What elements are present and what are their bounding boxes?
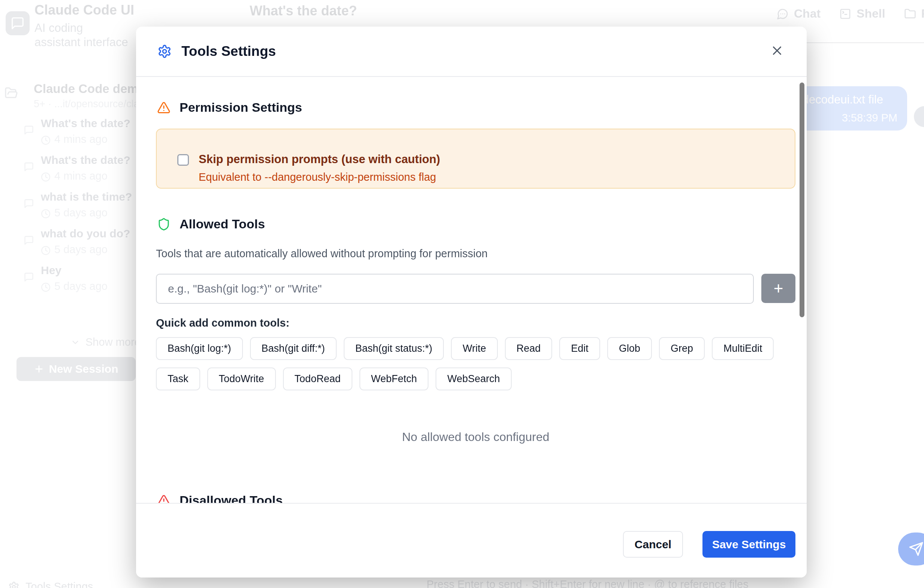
allowed-tool-input[interactable] [156,274,754,304]
allowed-tools-description: Tools that are automatically allowed wit… [156,248,488,260]
allowed-tools-empty-state: No allowed tools configured [156,430,795,444]
quick-tool-button[interactable]: Bash(git diff:*) [250,337,337,360]
gear-icon [157,44,172,58]
disallowed-tools-title: Disallowed Tools [180,493,283,503]
quick-tool-button[interactable]: Read [505,337,553,360]
quick-tool-button[interactable]: TodoRead [283,368,352,390]
disallowed-tools-heading: Disallowed Tools [157,493,283,503]
quick-tool-button[interactable]: WebSearch [436,368,512,390]
skip-permissions-description: Equivalent to --dangerously-skip-permiss… [199,171,440,183]
skip-permissions-checkbox[interactable] [177,154,189,166]
quick-tool-button[interactable]: TodoWrite [207,368,276,390]
quick-tool-button[interactable]: Write [451,337,498,360]
quick-add-label: Quick add common tools: [156,317,289,329]
close-button[interactable] [769,43,785,59]
warning-triangle-icon [157,101,170,114]
allowed-tools-heading: Allowed Tools [157,217,265,231]
send-icon [909,542,924,557]
quick-tool-button[interactable]: Task [156,368,200,390]
permission-settings-heading: Permission Settings [157,100,302,115]
quick-tool-button[interactable]: Edit [559,337,600,360]
cancel-button[interactable]: Cancel [623,531,683,558]
close-icon [770,43,784,58]
modal-header: Tools Settings [136,26,807,77]
modal-footer: Cancel Save Settings [136,503,807,578]
modal-scrollbar-thumb[interactable] [800,83,804,317]
save-settings-button[interactable]: Save Settings [703,531,795,558]
send-button[interactable] [898,532,924,565]
quick-tool-button[interactable]: WebFetch [360,368,429,390]
skip-permissions-label: Skip permission prompts (use with cautio… [199,153,440,166]
skip-permissions-box: Skip permission prompts (use with cautio… [156,129,795,188]
tools-settings-modal: Tools Settings Permission Settings Skip … [136,26,807,578]
screen: Claude Code UI AI coding assistant inter… [0,0,924,588]
add-tool-button[interactable]: + [761,274,795,303]
quick-tool-button[interactable]: Bash(git log:*) [156,337,243,360]
quick-tools-list: Bash(git log:*) Bash(git diff:*) Bash(gi… [156,337,801,390]
allowed-tools-title: Allowed Tools [180,217,265,231]
modal-body: Permission Settings Skip permission prom… [136,77,807,503]
quick-tool-button[interactable]: Bash(git status:*) [344,337,444,360]
permission-settings-title: Permission Settings [180,100,302,115]
add-tool-row: + [156,274,795,304]
quick-tool-button[interactable]: MultiEdit [712,337,774,360]
quick-tool-button[interactable]: Glob [607,337,652,360]
warning-triangle-icon [157,494,170,503]
shield-icon [157,218,170,231]
quick-tool-button[interactable]: Grep [659,337,705,360]
modal-title: Tools Settings [182,43,276,59]
